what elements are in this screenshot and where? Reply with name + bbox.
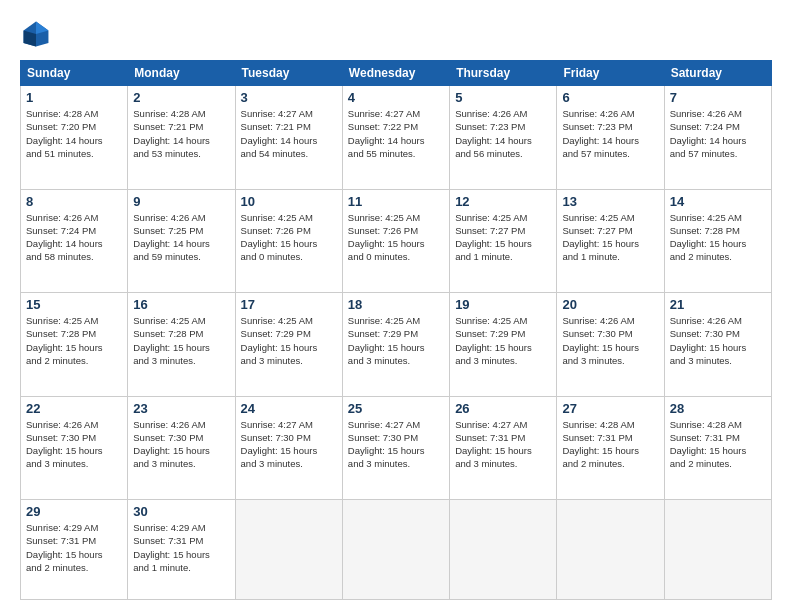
day-cell-22: 22Sunrise: 4:26 AM Sunset: 7:30 PM Dayli… — [21, 396, 128, 500]
day-info: Sunrise: 4:25 AM Sunset: 7:29 PM Dayligh… — [241, 314, 337, 367]
day-info: Sunrise: 4:29 AM Sunset: 7:31 PM Dayligh… — [26, 521, 122, 574]
day-number: 4 — [348, 90, 444, 105]
day-number: 21 — [670, 297, 766, 312]
day-number: 13 — [562, 194, 658, 209]
day-info: Sunrise: 4:26 AM Sunset: 7:24 PM Dayligh… — [670, 107, 766, 160]
day-info: Sunrise: 4:25 AM Sunset: 7:28 PM Dayligh… — [670, 211, 766, 264]
day-info: Sunrise: 4:29 AM Sunset: 7:31 PM Dayligh… — [133, 521, 229, 574]
empty-cell — [664, 500, 771, 600]
col-header-thursday: Thursday — [450, 61, 557, 86]
day-cell-6: 6Sunrise: 4:26 AM Sunset: 7:23 PM Daylig… — [557, 86, 664, 190]
day-info: Sunrise: 4:28 AM Sunset: 7:20 PM Dayligh… — [26, 107, 122, 160]
header — [20, 18, 772, 50]
day-info: Sunrise: 4:25 AM Sunset: 7:29 PM Dayligh… — [348, 314, 444, 367]
day-info: Sunrise: 4:26 AM Sunset: 7:30 PM Dayligh… — [133, 418, 229, 471]
day-number: 18 — [348, 297, 444, 312]
empty-cell — [342, 500, 449, 600]
empty-cell — [235, 500, 342, 600]
day-number: 15 — [26, 297, 122, 312]
day-cell-19: 19Sunrise: 4:25 AM Sunset: 7:29 PM Dayli… — [450, 293, 557, 397]
col-header-monday: Monday — [128, 61, 235, 86]
day-info: Sunrise: 4:26 AM Sunset: 7:24 PM Dayligh… — [26, 211, 122, 264]
day-info: Sunrise: 4:26 AM Sunset: 7:30 PM Dayligh… — [670, 314, 766, 367]
day-cell-26: 26Sunrise: 4:27 AM Sunset: 7:31 PM Dayli… — [450, 396, 557, 500]
day-info: Sunrise: 4:25 AM Sunset: 7:26 PM Dayligh… — [241, 211, 337, 264]
day-cell-30: 30Sunrise: 4:29 AM Sunset: 7:31 PM Dayli… — [128, 500, 235, 600]
col-header-friday: Friday — [557, 61, 664, 86]
logo — [20, 18, 56, 50]
day-info: Sunrise: 4:27 AM Sunset: 7:31 PM Dayligh… — [455, 418, 551, 471]
calendar-table: SundayMondayTuesdayWednesdayThursdayFrid… — [20, 60, 772, 600]
empty-cell — [557, 500, 664, 600]
day-number: 27 — [562, 401, 658, 416]
day-number: 17 — [241, 297, 337, 312]
day-info: Sunrise: 4:26 AM Sunset: 7:25 PM Dayligh… — [133, 211, 229, 264]
day-cell-23: 23Sunrise: 4:26 AM Sunset: 7:30 PM Dayli… — [128, 396, 235, 500]
day-number: 19 — [455, 297, 551, 312]
day-number: 28 — [670, 401, 766, 416]
day-number: 2 — [133, 90, 229, 105]
day-info: Sunrise: 4:26 AM Sunset: 7:23 PM Dayligh… — [562, 107, 658, 160]
day-number: 24 — [241, 401, 337, 416]
day-info: Sunrise: 4:25 AM Sunset: 7:26 PM Dayligh… — [348, 211, 444, 264]
day-cell-13: 13Sunrise: 4:25 AM Sunset: 7:27 PM Dayli… — [557, 189, 664, 293]
calendar-page: SundayMondayTuesdayWednesdayThursdayFrid… — [0, 0, 792, 612]
col-header-sunday: Sunday — [21, 61, 128, 86]
day-number: 16 — [133, 297, 229, 312]
day-cell-8: 8Sunrise: 4:26 AM Sunset: 7:24 PM Daylig… — [21, 189, 128, 293]
day-number: 9 — [133, 194, 229, 209]
logo-icon — [20, 18, 52, 50]
day-info: Sunrise: 4:28 AM Sunset: 7:31 PM Dayligh… — [562, 418, 658, 471]
day-number: 6 — [562, 90, 658, 105]
day-cell-18: 18Sunrise: 4:25 AM Sunset: 7:29 PM Dayli… — [342, 293, 449, 397]
day-number: 22 — [26, 401, 122, 416]
day-number: 5 — [455, 90, 551, 105]
day-info: Sunrise: 4:28 AM Sunset: 7:21 PM Dayligh… — [133, 107, 229, 160]
empty-cell — [450, 500, 557, 600]
day-number: 20 — [562, 297, 658, 312]
day-info: Sunrise: 4:25 AM Sunset: 7:28 PM Dayligh… — [26, 314, 122, 367]
day-number: 10 — [241, 194, 337, 209]
day-number: 14 — [670, 194, 766, 209]
day-info: Sunrise: 4:26 AM Sunset: 7:23 PM Dayligh… — [455, 107, 551, 160]
day-cell-11: 11Sunrise: 4:25 AM Sunset: 7:26 PM Dayli… — [342, 189, 449, 293]
day-info: Sunrise: 4:26 AM Sunset: 7:30 PM Dayligh… — [26, 418, 122, 471]
day-number: 12 — [455, 194, 551, 209]
day-cell-7: 7Sunrise: 4:26 AM Sunset: 7:24 PM Daylig… — [664, 86, 771, 190]
day-cell-12: 12Sunrise: 4:25 AM Sunset: 7:27 PM Dayli… — [450, 189, 557, 293]
day-number: 11 — [348, 194, 444, 209]
col-header-saturday: Saturday — [664, 61, 771, 86]
col-header-wednesday: Wednesday — [342, 61, 449, 86]
day-number: 7 — [670, 90, 766, 105]
day-info: Sunrise: 4:25 AM Sunset: 7:29 PM Dayligh… — [455, 314, 551, 367]
day-cell-17: 17Sunrise: 4:25 AM Sunset: 7:29 PM Dayli… — [235, 293, 342, 397]
day-cell-20: 20Sunrise: 4:26 AM Sunset: 7:30 PM Dayli… — [557, 293, 664, 397]
day-cell-1: 1Sunrise: 4:28 AM Sunset: 7:20 PM Daylig… — [21, 86, 128, 190]
day-cell-9: 9Sunrise: 4:26 AM Sunset: 7:25 PM Daylig… — [128, 189, 235, 293]
day-info: Sunrise: 4:27 AM Sunset: 7:30 PM Dayligh… — [241, 418, 337, 471]
day-info: Sunrise: 4:27 AM Sunset: 7:30 PM Dayligh… — [348, 418, 444, 471]
day-info: Sunrise: 4:25 AM Sunset: 7:27 PM Dayligh… — [455, 211, 551, 264]
day-cell-21: 21Sunrise: 4:26 AM Sunset: 7:30 PM Dayli… — [664, 293, 771, 397]
day-cell-24: 24Sunrise: 4:27 AM Sunset: 7:30 PM Dayli… — [235, 396, 342, 500]
day-cell-4: 4Sunrise: 4:27 AM Sunset: 7:22 PM Daylig… — [342, 86, 449, 190]
day-cell-3: 3Sunrise: 4:27 AM Sunset: 7:21 PM Daylig… — [235, 86, 342, 190]
day-number: 30 — [133, 504, 229, 519]
day-number: 23 — [133, 401, 229, 416]
day-number: 1 — [26, 90, 122, 105]
day-cell-29: 29Sunrise: 4:29 AM Sunset: 7:31 PM Dayli… — [21, 500, 128, 600]
day-number: 29 — [26, 504, 122, 519]
day-cell-28: 28Sunrise: 4:28 AM Sunset: 7:31 PM Dayli… — [664, 396, 771, 500]
day-info: Sunrise: 4:27 AM Sunset: 7:22 PM Dayligh… — [348, 107, 444, 160]
day-number: 3 — [241, 90, 337, 105]
day-cell-27: 27Sunrise: 4:28 AM Sunset: 7:31 PM Dayli… — [557, 396, 664, 500]
day-cell-5: 5Sunrise: 4:26 AM Sunset: 7:23 PM Daylig… — [450, 86, 557, 190]
col-header-tuesday: Tuesday — [235, 61, 342, 86]
day-info: Sunrise: 4:27 AM Sunset: 7:21 PM Dayligh… — [241, 107, 337, 160]
day-info: Sunrise: 4:25 AM Sunset: 7:28 PM Dayligh… — [133, 314, 229, 367]
day-number: 26 — [455, 401, 551, 416]
day-cell-10: 10Sunrise: 4:25 AM Sunset: 7:26 PM Dayli… — [235, 189, 342, 293]
day-info: Sunrise: 4:28 AM Sunset: 7:31 PM Dayligh… — [670, 418, 766, 471]
day-cell-2: 2Sunrise: 4:28 AM Sunset: 7:21 PM Daylig… — [128, 86, 235, 190]
day-info: Sunrise: 4:25 AM Sunset: 7:27 PM Dayligh… — [562, 211, 658, 264]
